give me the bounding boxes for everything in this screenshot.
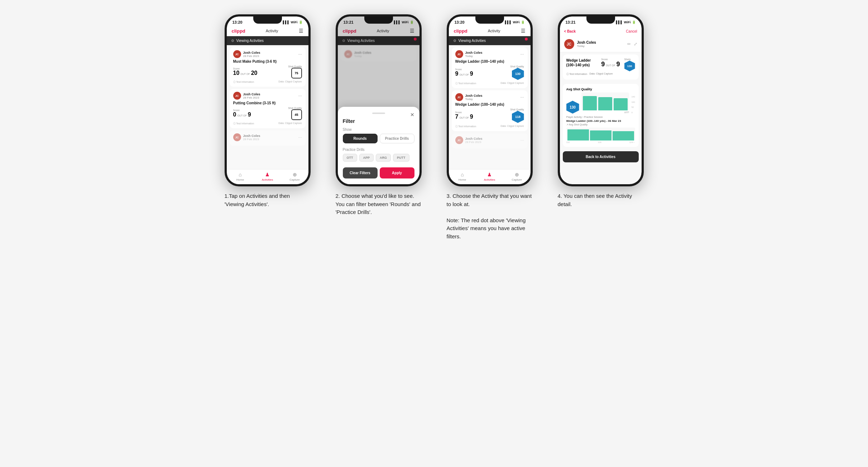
user-name-3-2: Josh Coles <box>465 94 483 97</box>
activity-item-1-2[interactable]: JC Josh Coles 28 Feb 2023 ··· Putting Co… <box>230 89 306 128</box>
filter-tab-drills-2[interactable]: Practice Drills <box>380 134 414 143</box>
bottom-nav-activities-3[interactable]: ♟ Activities <box>476 172 503 181</box>
bar-1-4 <box>583 96 597 110</box>
more-dots-1-2[interactable]: ··· <box>298 93 302 98</box>
activity-item-1-1[interactable]: JC Josh Coles 28 Feb 2023 ··· Must Make … <box>230 47 306 87</box>
drill-ott-2[interactable]: OTT <box>343 154 357 162</box>
user-name-1-1: Josh Coles <box>243 51 260 54</box>
avg-sq-label-4: Avg Shot Quality <box>566 87 635 91</box>
user-name-1-2: Josh Coles <box>243 92 260 96</box>
outof-text-1-2: OUT OF <box>237 114 246 117</box>
viewing-bar-3[interactable]: ⚙ Viewing Activities <box>449 36 531 45</box>
expand-icon-4[interactable]: ⤢ <box>634 42 637 47</box>
user-info-1-3: JC Josh Coles 28 Feb 2023 <box>233 133 260 141</box>
session-title-4: Wedge Ladder (100–140 yds) - 06 Mar 23 <box>566 119 635 123</box>
avatar-3-3: JC <box>455 136 463 144</box>
item-footer-1-1: ⓘ Test Information Data: Clippd Capture <box>233 80 302 84</box>
nav-bar-3: clippd Activity ☰ <box>449 27 531 36</box>
battery-icon-1: 🔋 <box>299 20 303 24</box>
footer-right-3-1: Data: Clippd Capture <box>500 82 524 85</box>
more-dots-1-1[interactable]: ··· <box>298 52 302 57</box>
filter-tabs-2: Rounds Practice Drills <box>343 134 414 143</box>
cancel-button-4[interactable]: Cancel <box>626 29 637 33</box>
score-val-3-1: 9 <box>455 71 459 77</box>
bottom-nav-activities-1[interactable]: ♟ Activities <box>254 172 281 181</box>
sq-label-3-2: Shot Quality <box>510 108 524 111</box>
score-outof-3-1: 9 OUT OF 9 <box>455 71 473 77</box>
sq-val-3-2: 118 <box>515 115 521 119</box>
activities-label-1: Activities <box>262 178 273 181</box>
item-header-1-2: JC Josh Coles 28 Feb 2023 ··· <box>233 92 302 100</box>
detail-chart-card-4: Avg Shot Quality 130 APP <box>563 84 639 147</box>
user-info-1-1: JC Josh Coles 28 Feb 2023 <box>233 50 260 58</box>
activity-item-3-1[interactable]: JC Josh Coles Today ··· Wedge Ladder (10… <box>452 47 528 88</box>
capture-icon-1: ⊕ <box>293 172 297 177</box>
item-header-3-3: JC Josh Coles 28 Feb 2023 ··· <box>455 136 524 144</box>
phone-notch-1 <box>253 16 282 24</box>
drill-putt-2[interactable]: PUTT <box>393 154 409 162</box>
detail-info-right-4: Data: Clippd Capture <box>589 72 613 76</box>
detail-user-card-4: JC Josh Coles Today ✏ ⤢ <box>560 36 642 52</box>
mini-bar-2-4 <box>590 130 612 140</box>
bottom-nav-capture-1[interactable]: ⊕ Capture <box>281 172 308 181</box>
avatar-1-3: JC <box>233 133 241 141</box>
outof-text-3-2: OUT OF <box>459 116 469 119</box>
mini-val-3: 124--- <box>629 141 635 143</box>
item-footer-3-1: ⓘ Test Information Data: Clippd Capture <box>455 82 524 85</box>
stats-row-3-2: Score 7 OUT OF 9 Shot Quality 1 <box>455 108 524 123</box>
bottom-nav-1: ⌂ Home ♟ Activities ⊕ Capture <box>227 169 308 184</box>
mini-bar-3-4 <box>613 131 634 140</box>
user-info-3-3: JC Josh Coles 28 Feb 2023 <box>455 136 483 144</box>
drill-app-2[interactable]: APP <box>359 154 374 162</box>
filter-close-2[interactable]: ✕ <box>410 112 414 118</box>
wifi-icon-3: WiFi <box>513 20 520 24</box>
sq-hex-3-2: 118 <box>512 111 524 123</box>
avatar-3-2: JC <box>455 93 463 101</box>
detail-avatar-4: JC <box>564 39 574 49</box>
drill-arg-2[interactable]: ARG <box>376 154 391 162</box>
bottom-nav-capture-3[interactable]: ⊕ Capture <box>503 172 531 181</box>
capture-label-1: Capture <box>289 178 299 181</box>
item-title-3-2: Wedge Ladder (100–140 yds) <box>455 103 524 106</box>
y-label-50: 50 <box>631 106 635 108</box>
status-time-3: 13:20 <box>455 20 465 24</box>
more-dots-3-2[interactable]: ··· <box>520 95 524 100</box>
back-button-4[interactable]: < Back <box>564 29 576 33</box>
apply-button-2[interactable]: Apply <box>380 167 414 178</box>
user-date-1-1: 28 Feb 2023 <box>243 54 260 58</box>
phone-screen-3: 13:20 ▌▌▌ WiFi 🔋 clippd Activity ☰ ⚙ <box>449 16 531 184</box>
detail-outof-4: 9 <box>616 61 620 68</box>
avatar-3-1: JC <box>455 50 463 58</box>
filter-modal-2: ✕ Filter Show Rounds Practice Drills Pra… <box>338 107 419 184</box>
bottom-nav-home-3[interactable]: ⌂ Home <box>449 172 476 181</box>
viewing-bar-1[interactable]: ⚙ Viewing Activities <box>227 36 308 45</box>
activity-item-3-2[interactable]: JC Josh Coles Today ··· Wedge Ladder (10… <box>452 90 528 131</box>
edit-icon-4[interactable]: ✏ <box>627 42 631 47</box>
detail-action-icons-4: ✏ ⤢ <box>627 42 637 47</box>
detail-hex-val-4: 130 <box>627 65 632 68</box>
sq-label-3-1: Shot Quality <box>510 65 524 68</box>
stat-group-sq-1-2: Shot Quality 45 <box>288 107 302 120</box>
mini-chart-bars-4 <box>566 128 635 140</box>
stats-row-3-1: Score 9 OUT OF 9 Shot Quality 1 <box>455 65 524 80</box>
signal-icon-3: ▌▌▌ <box>505 20 512 24</box>
chart-bars-area-4: APP <box>581 92 629 114</box>
clear-filters-button-2[interactable]: Clear Filters <box>343 167 378 178</box>
score-val-1-2: 0 <box>233 111 236 118</box>
back-to-activities-4[interactable]: Back to Activities <box>563 151 639 162</box>
signal-icon-1: ▌▌▌ <box>283 20 289 24</box>
detail-score-4: 9 <box>601 61 605 68</box>
nav-menu-3[interactable]: ☰ <box>521 28 526 34</box>
filter-tab-rounds-2[interactable]: Rounds <box>343 134 378 143</box>
caption-1: 1.Tap on Activities and then 'Viewing Ac… <box>225 192 311 208</box>
bottom-nav-home-1[interactable]: ⌂ Home <box>227 172 254 181</box>
footer-right-1-2: Data: Clippd Capture <box>278 122 302 125</box>
caption-3: 3. Choose the Activity that you want to … <box>447 192 533 240</box>
more-dots-3-1[interactable]: ··· <box>520 52 524 57</box>
score-label-3-1: Score <box>455 68 473 71</box>
wifi-icon-4: WiFi <box>624 20 631 24</box>
item-header-1-1: JC Josh Coles 28 Feb 2023 ··· <box>233 50 302 58</box>
nav-menu-1[interactable]: ☰ <box>299 28 303 34</box>
caption-2: 2. Choose what you'd like to see. You ca… <box>336 192 422 216</box>
shots-col-label-4: Shots <box>624 58 635 61</box>
